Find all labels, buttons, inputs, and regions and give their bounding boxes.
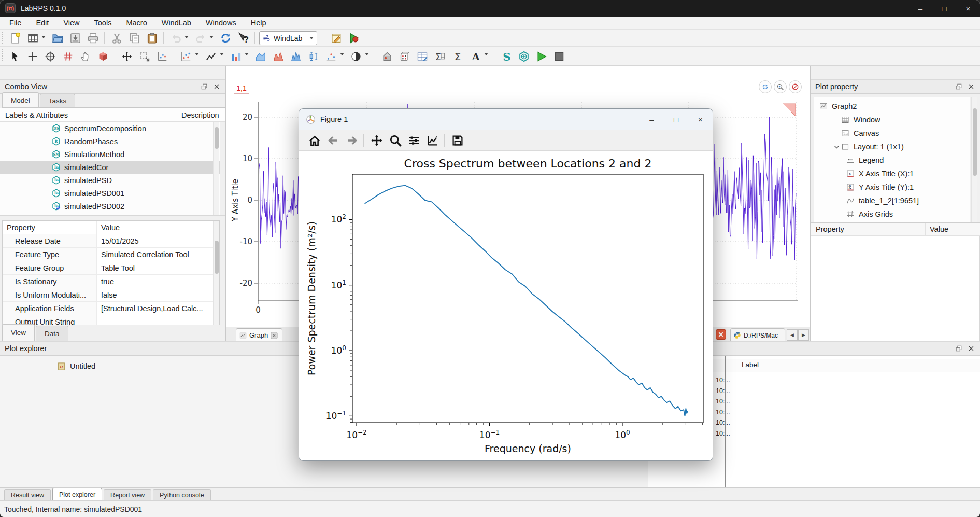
menu-tools[interactable]: Tools: [87, 19, 119, 27]
dock-tab-plot-explorer[interactable]: Plot explorer: [52, 488, 102, 500]
toolbar-handle[interactable]: [2, 32, 4, 45]
open-button[interactable]: [50, 31, 65, 46]
toolbar-handle[interactable]: [2, 49, 4, 62]
mpl-pan-button[interactable]: [368, 133, 385, 148]
origin-circle-button[interactable]: [42, 48, 58, 65]
column-labels-attributes[interactable]: Labels & Attributes: [0, 111, 177, 119]
plot-spectrum-button[interactable]: [271, 48, 286, 65]
refresh-button[interactable]: [218, 31, 233, 46]
float-panel-icon[interactable]: [201, 83, 208, 90]
menu-file[interactable]: File: [2, 19, 29, 27]
tree-item-spectrumdecomposition[interactable]: DSSpectrumDecomposition: [0, 122, 220, 135]
menu-macro[interactable]: Macro: [119, 19, 154, 27]
stop-square-button[interactable]: [551, 48, 567, 65]
tree-item-randomphases[interactable]: RRandomPhases: [0, 135, 220, 148]
dropdown-arrow-icon[interactable]: [184, 36, 189, 38]
plot-tree-item-x-axis-title-x-1[interactable]: x̄X Axis Title (X):1: [814, 167, 970, 180]
mpl-zoom-button[interactable]: [387, 133, 404, 148]
plot-bar-button[interactable]: [228, 48, 244, 65]
figure-maximize-button[interactable]: □: [664, 109, 688, 130]
dropdown-arrow-icon[interactable]: [340, 53, 344, 55]
tree-item-simulatedcor[interactable]: TasimulatedCor: [0, 161, 220, 174]
plot-tree-item-table-1-2-1-9651-[interactable]: table_1_2[1:9651]: [814, 194, 970, 207]
move-4way-button[interactable]: [119, 48, 135, 65]
sim-s-button[interactable]: S: [499, 48, 514, 65]
mpl-config-button[interactable]: [406, 133, 422, 148]
menu-windows[interactable]: Windows: [198, 19, 244, 27]
dropdown-arrow-icon[interactable]: [195, 53, 199, 55]
column-value[interactable]: Value: [926, 225, 948, 233]
dice-button[interactable]: [397, 48, 413, 65]
plot-pie-button[interactable]: [348, 48, 364, 65]
property-row[interactable]: Is Uniform Modulati...false: [3, 288, 219, 302]
dropdown-arrow-icon[interactable]: [41, 36, 46, 38]
plot-scatter-button[interactable]: [178, 48, 194, 65]
cut-button[interactable]: [109, 31, 124, 46]
close-panel-icon[interactable]: [968, 345, 975, 352]
red-hash-button[interactable]: [60, 48, 76, 65]
tab-document-path[interactable]: D:/RPS/Mac: [730, 328, 785, 342]
workbench-selector[interactable]: WindLab: [259, 31, 317, 45]
tree-item-simulatedpsd[interactable]: TasimulatedPSD: [0, 174, 220, 187]
whats-this-button[interactable]: ?: [235, 31, 251, 46]
font-a-button[interactable]: A: [467, 48, 483, 65]
mpl-axes-button[interactable]: [424, 133, 441, 148]
macro-run-button[interactable]: [346, 31, 362, 46]
property-row[interactable]: Feature GroupTable Tool: [3, 261, 219, 275]
dropdown-arrow-icon[interactable]: [245, 53, 249, 55]
tab-view[interactable]: View: [2, 324, 35, 341]
table-edit-button[interactable]: [415, 48, 430, 65]
fit-points-button[interactable]: [154, 48, 170, 65]
dropdown-arrow-icon[interactable]: [365, 53, 369, 55]
window-maximize-button[interactable]: □: [932, 0, 956, 17]
tab-close-icon[interactable]: [271, 332, 278, 339]
figure-minimize-button[interactable]: –: [640, 109, 664, 130]
float-panel-icon[interactable]: [955, 345, 962, 352]
plot-psd-button[interactable]: [288, 48, 304, 65]
mpl-home-button[interactable]: [306, 133, 323, 148]
cross-plus-button[interactable]: [25, 48, 40, 65]
plot-tree-item-canvas[interactable]: Canvas: [814, 127, 970, 140]
pan-hand-button[interactable]: [78, 48, 93, 65]
property-scrollbar[interactable]: [213, 221, 219, 325]
chevron-down-icon[interactable]: [833, 144, 840, 150]
window-close-button[interactable]: ×: [956, 0, 980, 17]
plot-points-button[interactable]: [323, 48, 339, 65]
column-description[interactable]: Description: [177, 111, 219, 119]
sigma-button[interactable]: Σ: [450, 48, 465, 65]
zoom-plus-button[interactable]: [774, 80, 787, 93]
dropdown-arrow-icon[interactable]: [220, 53, 224, 55]
dock-tab-report-view[interactable]: Report view: [104, 489, 151, 500]
macro-edit-button[interactable]: [329, 31, 344, 46]
paste-button[interactable]: [144, 31, 160, 46]
column-property[interactable]: Property: [811, 223, 926, 235]
print-button[interactable]: [85, 31, 101, 46]
tree-item-simulatedpsd002[interactable]: TasimulatedPSD002: [0, 200, 220, 213]
plot-tree-item-window[interactable]: Window: [814, 113, 970, 127]
tab-model[interactable]: Model: [2, 92, 39, 107]
figure-close-button[interactable]: ×: [688, 109, 713, 130]
zoom-region-button[interactable]: [137, 48, 152, 65]
close-panel-icon[interactable]: [213, 83, 220, 90]
feature-house-button[interactable]: [379, 48, 395, 65]
redo-button[interactable]: [193, 31, 208, 46]
plot-tree-item-y-axis-title-y-1[interactable]: x̄Y Axis Title (Y):1: [814, 180, 970, 194]
menu-help[interactable]: Help: [244, 19, 274, 27]
column-value[interactable]: Value: [97, 223, 219, 232]
select-cursor-button[interactable]: [7, 48, 23, 65]
red-cube-button[interactable]: [95, 48, 111, 65]
dropdown-arrow-icon[interactable]: [209, 36, 214, 38]
panel-splitter[interactable]: [0, 215, 225, 220]
mpl-forward-button[interactable]: [344, 133, 360, 148]
tree-item-simulatedpsd001[interactable]: TasimulatedPSD001: [0, 187, 220, 200]
property-row[interactable]: Application Fields[Structural Design,Loa…: [3, 302, 219, 315]
plot-line-button[interactable]: [203, 48, 219, 65]
dropdown-arrow-icon[interactable]: [484, 53, 488, 55]
save-button[interactable]: [67, 31, 83, 46]
column-property[interactable]: Property: [3, 221, 97, 234]
tree-item-simulationmethod[interactable]: SMSimulationMethod: [0, 148, 220, 161]
new-file-button[interactable]: [7, 31, 23, 46]
plot-tree-item-axis-grids[interactable]: Axis Grids: [814, 207, 970, 221]
mpl-save-button[interactable]: [449, 133, 466, 148]
plot-box-button[interactable]: [306, 48, 321, 65]
